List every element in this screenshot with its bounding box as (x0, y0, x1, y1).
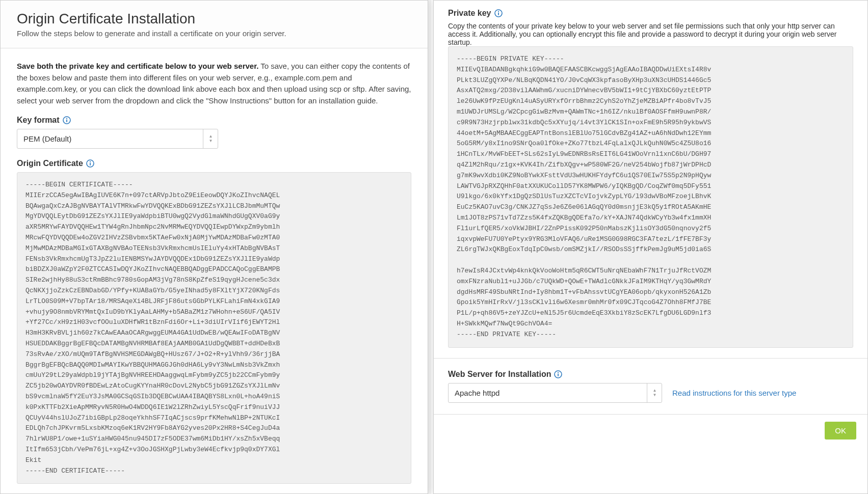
web-server-select-wrap: Apache httpd ▲▼ (448, 383, 662, 403)
key-format-select-wrap: PEM (Default) ▲▼ (17, 129, 218, 149)
info-icon[interactable] (554, 370, 562, 378)
web-server-section: Web Server for Installation Apache httpd… (434, 358, 867, 414)
svg-rect-5 (90, 163, 91, 166)
origin-cert-group: Origin Certificate -----BEGIN CERTIFICAT… (17, 159, 411, 484)
save-instructions: Save both the private key and certificat… (17, 61, 411, 106)
svg-point-4 (90, 161, 91, 162)
modal-title: Origin Certificate Installation (17, 11, 411, 27)
web-server-label: Web Server for Installation (448, 370, 853, 379)
origin-cert-label-text: Origin Certificate (17, 159, 83, 168)
svg-rect-14 (558, 373, 559, 376)
origin-cert-modal: Origin Certificate Installation Follow t… (0, 0, 428, 494)
modal-body-left: Save both the private key and certificat… (1, 48, 428, 493)
private-key-group: Private key Copy the contents of your pr… (448, 9, 853, 348)
read-instructions-link[interactable]: Read instructions for this server type (672, 389, 796, 397)
web-server-label-text: Web Server for Installation (448, 370, 551, 379)
key-format-group: Key format PEM (Default) ▲▼ (17, 116, 411, 149)
origin-cert-textbox[interactable]: -----BEGIN CERTIFICATE----- MIIErzCCA5eg… (17, 172, 411, 484)
modal-header: Origin Certificate Installation Follow t… (1, 1, 428, 48)
info-icon[interactable] (63, 116, 71, 124)
right-top-area: Private key Copy the contents of your pr… (434, 1, 867, 358)
private-key-textbox[interactable]: -----BEGIN PRIVATE KEY----- MIIEvQIBADAN… (448, 46, 853, 348)
info-icon[interactable] (86, 159, 94, 168)
private-key-label-text: Private key (448, 9, 491, 18)
svg-rect-11 (498, 13, 499, 15)
origin-cert-modal-right: Private key Copy the contents of your pr… (433, 0, 868, 494)
install-row: Apache httpd ▲▼ Read instructions for th… (448, 383, 853, 403)
ok-button[interactable]: OK (825, 422, 856, 440)
private-key-desc: Copy the contents of your private key be… (448, 22, 853, 46)
info-icon[interactable] (494, 9, 503, 17)
private-key-label: Private key (448, 9, 853, 18)
svg-point-10 (497, 11, 498, 12)
svg-point-13 (558, 372, 559, 373)
modal-footer: OK (434, 414, 867, 447)
modal-subtitle: Follow the steps below to generate and i… (17, 29, 411, 38)
key-format-label: Key format (17, 116, 411, 125)
web-server-select[interactable]: Apache httpd (448, 383, 662, 403)
save-instructions-bold: Save both the private key and certificat… (17, 62, 258, 70)
origin-cert-label: Origin Certificate (17, 159, 411, 168)
key-format-select[interactable]: PEM (Default) (17, 129, 218, 149)
svg-point-1 (66, 118, 67, 119)
key-format-label-text: Key format (17, 116, 60, 125)
svg-rect-2 (66, 120, 67, 122)
